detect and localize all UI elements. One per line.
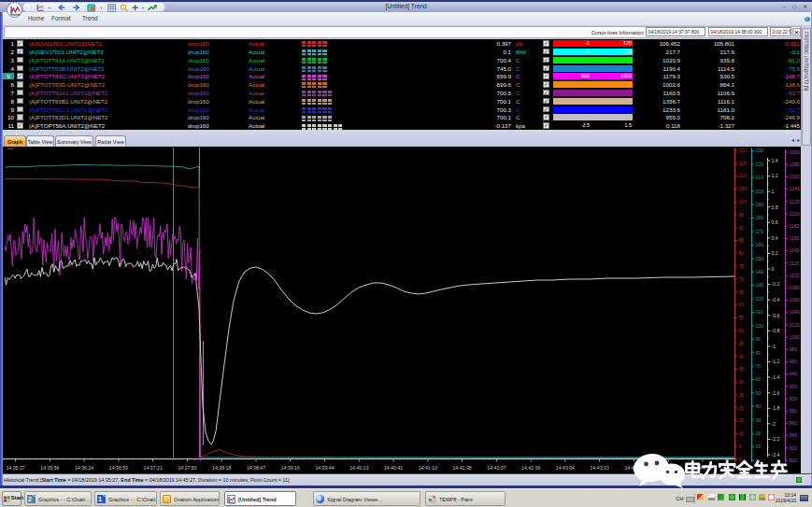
svg-text:14:36:24: 14:36:24 [75,465,93,471]
svg-text:14:43:04: 14:43:04 [556,465,575,471]
svg-text:40: 40 [756,403,762,409]
svg-text:840: 840 [790,432,798,438]
svg-text:110: 110 [739,173,747,178]
svg-text:200: 200 [756,189,764,194]
svg-text:14:38:18: 14:38:18 [212,465,231,471]
svg-text:1120: 1120 [790,261,800,266]
svg-text:1240: 1240 [790,186,800,191]
svg-text:1140: 1140 [790,247,800,253]
svg-text:100: 100 [756,323,764,329]
svg-text:25: 25 [739,392,745,398]
svg-text:20: 20 [739,405,745,411]
svg-text:75: 75 [739,263,745,269]
svg-text:14:39:16: 14:39:16 [281,465,300,471]
svg-text:14:37:50: 14:37:50 [178,465,196,471]
svg-text:0.8: 0.8 [772,204,778,210]
svg-text:940: 940 [790,371,798,376]
svg-text:1200: 1200 [790,211,800,217]
svg-text:80: 80 [739,250,745,256]
svg-text:170: 170 [756,229,764,234]
svg-text:0.6: 0.6 [772,219,778,225]
svg-text:90: 90 [739,225,745,231]
svg-text:0: 0 [772,266,775,272]
svg-text:0.4: 0.4 [772,235,778,241]
svg-text:55: 55 [739,315,745,320]
svg-text:180: 180 [756,215,764,220]
svg-text:20: 20 [756,430,762,436]
svg-text:1180: 1180 [790,223,800,229]
svg-text:5: 5 [739,444,742,449]
svg-text:1.2: 1.2 [772,173,778,178]
svg-text:150: 150 [756,256,764,261]
svg-text:-2.2: -2.2 [772,436,780,442]
svg-text:14:40:41: 14:40:41 [384,465,403,471]
svg-text:1040: 1040 [790,309,800,315]
svg-text:50: 50 [739,328,745,333]
svg-text:140: 140 [756,269,764,275]
svg-text:-0.2: -0.2 [772,281,780,287]
svg-text:14:40:13: 14:40:13 [349,465,368,471]
svg-text:14:38:47: 14:38:47 [247,465,265,471]
svg-text:70: 70 [756,363,762,369]
svg-text:14:42:36: 14:42:36 [521,465,540,471]
svg-text:1280: 1280 [790,162,800,167]
svg-text:40: 40 [739,354,745,359]
svg-text:90: 90 [756,336,762,342]
svg-text:30: 30 [756,417,762,423]
svg-text:14:37:21: 14:37:21 [144,465,163,471]
svg-text:115: 115 [739,161,747,166]
svg-text:85: 85 [739,237,745,243]
svg-text:1000: 1000 [790,334,800,340]
svg-text:190: 190 [756,202,764,207]
svg-text:35: 35 [739,366,745,372]
svg-text:14:42:07: 14:42:07 [487,465,506,471]
svg-text:120: 120 [739,148,748,153]
svg-text:10: 10 [756,444,762,449]
svg-text:130: 130 [756,282,764,288]
svg-text:210: 210 [756,175,764,180]
svg-text:1100: 1100 [790,273,800,278]
svg-text:960: 960 [790,359,798,364]
svg-text:1220: 1220 [790,199,800,204]
svg-text:220: 220 [756,162,764,167]
svg-text:0.2: 0.2 [772,250,778,256]
svg-text:230: 230 [756,148,764,153]
svg-text:-1: -1 [772,344,776,349]
svg-text:50: 50 [756,390,762,396]
svg-text:-0.4: -0.4 [772,297,780,303]
svg-text:860: 860 [790,420,798,426]
svg-text:900: 900 [790,396,798,401]
svg-text:120: 120 [756,296,764,302]
svg-text:60: 60 [756,376,762,382]
svg-text:1260: 1260 [790,174,800,179]
svg-text:45: 45 [739,341,745,346]
svg-text:14:35:56: 14:35:56 [40,465,59,471]
svg-text:80: 80 [756,350,762,356]
svg-text:110: 110 [756,309,763,315]
svg-text:1.4: 1.4 [772,158,778,163]
svg-text:-1.4: -1.4 [772,374,780,380]
svg-text:105: 105 [739,186,748,191]
svg-text:880: 880 [790,408,798,414]
svg-text:1020: 1020 [790,322,800,328]
svg-text:-1.6: -1.6 [772,390,780,396]
svg-text:-1.8: -1.8 [772,405,780,411]
svg-text:920: 920 [790,384,798,389]
svg-text:14:36:53: 14:36:53 [109,465,128,471]
svg-text:70: 70 [739,276,745,282]
svg-text:30: 30 [739,379,745,385]
svg-text:95: 95 [739,212,745,218]
svg-text:14:39:44: 14:39:44 [315,465,334,471]
svg-text:15: 15 [739,417,745,423]
svg-text:14:35:27: 14:35:27 [6,465,24,471]
svg-text:65: 65 [739,289,745,295]
svg-text:60: 60 [739,302,745,307]
svg-text:14:41:10: 14:41:10 [419,465,437,471]
svg-text:-2: -2 [772,421,776,427]
svg-text:14:41:38: 14:41:38 [452,465,471,471]
svg-text:1: 1 [772,189,775,194]
svg-text:1080: 1080 [790,285,800,290]
svg-text:160: 160 [756,242,764,247]
svg-text:100: 100 [739,199,748,204]
svg-text:1160: 1160 [790,235,800,241]
